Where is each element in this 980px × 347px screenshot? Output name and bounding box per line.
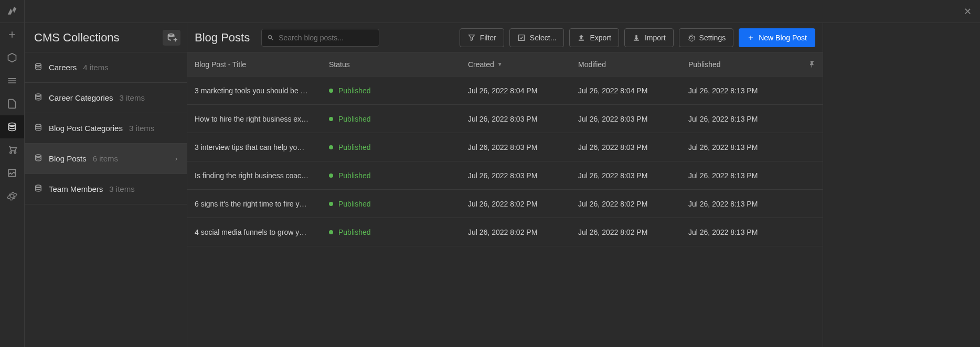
table-row[interactable]: 3 interview tips that can help yo… Publi… (187, 133, 823, 161)
settings-button[interactable]: Settings (679, 28, 734, 47)
row-published: Jul 26, 2022 8:13 PM (688, 115, 802, 123)
row-created: Jul 26, 2022 8:03 PM (468, 171, 578, 180)
status-dot-icon (329, 202, 333, 206)
collection-item[interactable]: Team Members 3 items (25, 174, 187, 204)
database-icon (34, 123, 42, 134)
table-header: Blog Post - Title Status Created ▼ Modif… (187, 52, 823, 77)
nav-cms[interactable] (0, 115, 24, 138)
table-row[interactable]: 4 social media funnels to grow y… Publis… (187, 218, 823, 246)
collection-item[interactable]: Blog Posts 6 items › (25, 144, 187, 174)
chevron-right-icon: › (175, 155, 177, 162)
col-header-modified[interactable]: Modified (578, 60, 688, 69)
row-modified: Jul 26, 2022 8:02 PM (578, 200, 688, 208)
sidebar-title: CMS Collections (34, 31, 120, 45)
collection-count: 3 items (109, 185, 134, 193)
row-status: Published (329, 200, 468, 208)
database-icon (34, 62, 42, 73)
collection-item[interactable]: Blog Post Categories 3 items (25, 113, 187, 144)
row-status: Published (329, 115, 468, 123)
add-collection-button[interactable] (163, 30, 180, 46)
status-dot-icon (329, 174, 333, 178)
row-created: Jul 26, 2022 8:02 PM (468, 228, 578, 236)
nav-navigator[interactable] (0, 69, 24, 92)
table-row[interactable]: How to hire the right business ex… Publi… (187, 105, 823, 133)
export-button[interactable]: Export (569, 28, 619, 47)
export-icon (577, 34, 585, 42)
status-dot-icon (329, 145, 333, 149)
collection-name: Team Members (49, 185, 103, 193)
row-modified: Jul 26, 2022 8:02 PM (578, 228, 688, 236)
row-published: Jul 26, 2022 8:13 PM (688, 228, 802, 236)
status-dot-icon (329, 230, 333, 234)
nav-ecommerce[interactable] (0, 138, 24, 161)
table-row[interactable]: 3 marketing tools you should be … Publis… (187, 77, 823, 105)
sort-caret-icon: ▼ (497, 61, 503, 67)
nav-pages[interactable] (0, 92, 24, 115)
panel-title: Blog Posts (195, 31, 250, 45)
collection-name: Career Categories (49, 93, 113, 102)
collection-count: 6 items (93, 154, 118, 163)
row-published: Jul 26, 2022 8:13 PM (688, 143, 802, 151)
close-icon[interactable]: ✕ (961, 5, 974, 18)
left-nav (0, 0, 25, 347)
row-modified: Jul 26, 2022 8:03 PM (578, 115, 688, 123)
collection-name: Blog Post Categories (49, 124, 123, 133)
collection-count: 3 items (120, 93, 145, 102)
nav-assets[interactable] (0, 161, 24, 185)
database-icon (34, 184, 42, 194)
row-modified: Jul 26, 2022 8:03 PM (578, 171, 688, 180)
row-status: Published (329, 143, 468, 151)
collection-count: 3 items (129, 124, 154, 133)
col-header-published[interactable]: Published (688, 60, 802, 69)
row-title: Is finding the right business coac… (187, 171, 329, 180)
collection-item[interactable]: Career Categories 3 items (25, 83, 187, 113)
row-title: 4 social media funnels to grow y… (187, 228, 329, 236)
pin-column-button[interactable] (802, 60, 823, 69)
row-created: Jul 26, 2022 8:03 PM (468, 115, 578, 123)
import-button[interactable]: Import (624, 28, 674, 47)
status-dot-icon (329, 89, 333, 93)
filter-button[interactable]: Filter (460, 28, 504, 47)
row-created: Jul 26, 2022 8:03 PM (468, 143, 578, 151)
row-status: Published (329, 86, 468, 95)
row-created: Jul 26, 2022 8:04 PM (468, 86, 578, 95)
row-title: 3 marketing tools you should be … (187, 86, 329, 95)
main-panel: Blog Posts Filter Select... (187, 23, 823, 347)
row-status: Published (329, 171, 468, 180)
nav-add[interactable] (0, 23, 24, 46)
col-header-status[interactable]: Status (329, 60, 468, 69)
collection-count: 4 items (83, 63, 108, 72)
row-title: 3 interview tips that can help yo… (187, 143, 329, 151)
plus-icon (747, 34, 754, 41)
collection-item[interactable]: Careers 4 items (25, 52, 187, 83)
right-empty-region (823, 23, 980, 347)
search-icon (267, 34, 274, 41)
row-published: Jul 26, 2022 8:13 PM (688, 200, 802, 208)
webflow-logo[interactable] (0, 0, 24, 23)
collections-sidebar: CMS Collections Careers 4 items Career C… (25, 23, 187, 347)
import-icon (632, 34, 641, 42)
col-header-title[interactable]: Blog Post - Title (187, 60, 329, 69)
row-published: Jul 26, 2022 8:13 PM (688, 86, 802, 95)
collection-name: Blog Posts (49, 154, 87, 163)
row-title: How to hire the right business ex… (187, 115, 329, 123)
nav-settings[interactable] (0, 185, 24, 208)
select-button[interactable]: Select... (509, 28, 564, 47)
top-bar: ✕ (25, 0, 980, 23)
select-icon (517, 34, 526, 42)
gear-icon (687, 34, 695, 42)
status-dot-icon (329, 117, 333, 121)
nav-elements[interactable] (0, 46, 24, 69)
row-published: Jul 26, 2022 8:13 PM (688, 171, 802, 180)
row-modified: Jul 26, 2022 8:03 PM (578, 143, 688, 151)
table-row[interactable]: Is finding the right business coac… Publ… (187, 161, 823, 190)
search-field[interactable] (279, 34, 374, 42)
new-blog-post-button[interactable]: New Blog Post (739, 28, 815, 47)
row-title: 6 signs it's the right time to fire y… (187, 200, 329, 208)
col-header-created[interactable]: Created ▼ (468, 60, 578, 69)
database-icon (34, 154, 42, 164)
search-input[interactable] (261, 29, 379, 47)
database-icon (34, 93, 42, 103)
table-row[interactable]: 6 signs it's the right time to fire y… P… (187, 190, 823, 218)
row-status: Published (329, 228, 468, 236)
